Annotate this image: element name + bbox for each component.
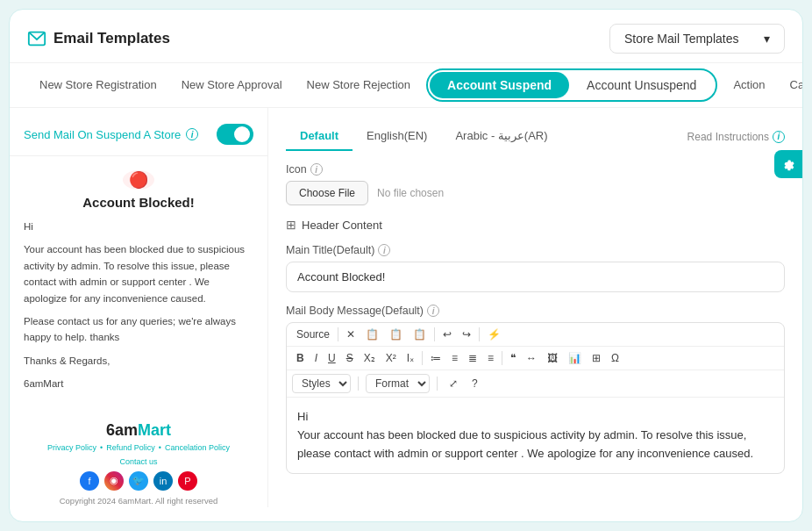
preview-brand: 6amMart Privacy Policy • Refund Policy •… [24,421,253,506]
editor-body[interactable]: Hi Your account has been blocked due to … [287,398,784,473]
choose-file-button[interactable]: Choose File [286,181,368,205]
toolbar-sep4 [422,351,423,365]
icon-info-icon: i [310,163,323,176]
main-title-input[interactable] [286,262,785,292]
toolbar-indent[interactable]: ≡ [483,350,498,366]
toolbar-copy3[interactable]: 📋 [409,326,431,342]
editor-toolbar-row2: B I U S X₂ X² Iₓ ≔ ≡ ≣ ≡ ❝ ↔ [287,347,784,370]
linkedin-icon: in [153,471,173,491]
editor-line2: Your account has been blocked due to sus… [297,427,773,463]
tabs-container: New Store Registration New Store Approva… [10,63,802,108]
preview-contact: Contact us [119,457,157,466]
tab-arabic[interactable]: Arabic - عربية(AR) [441,122,561,151]
header-content-label: ⊞ Header Content [286,218,785,232]
email-icon [27,29,46,48]
preview-copyright: Copyright 2024 6amMart. All right reserv… [60,496,218,506]
tab-account-unsuspend[interactable]: Account Unsuspend [569,72,714,98]
toolbar-subscript[interactable]: X₂ [360,350,380,366]
toolbar-redo[interactable]: ↪ [458,326,475,342]
toolbar-sep3 [479,327,480,341]
toolbar-grid[interactable]: ⊞ [588,350,605,366]
toolbar-image[interactable]: 🖼 [543,350,562,366]
toolbar-removeformat[interactable]: Iₓ [402,350,418,366]
store-mail-dropdown[interactable]: Store Mail Templates ▾ [609,24,785,54]
twitter-icon: 🐦 [129,471,148,491]
instagram-icon: ◉ [104,471,124,491]
toolbar-copy2[interactable]: 📋 [385,326,407,342]
toolbar-sep6 [358,377,359,391]
tab-account-suspend[interactable]: Account Suspend [430,72,569,98]
main-title-info-icon: i [378,244,390,256]
send-mail-info-icon: i [186,128,198,140]
tab-english[interactable]: English(EN) [353,122,441,151]
main-title-group: Main Title(Default) i [286,244,785,292]
store-mail-label: Store Mail Templates [624,32,738,46]
toolbar-underline[interactable]: U [324,350,340,366]
styles-select[interactable]: Styles [292,374,351,393]
tab-group-suspend: Account Suspend Account Unsuspend [426,68,717,102]
editor-container: Source ✕ 📋 📋 📋 ↩ ↪ ⚡ B [286,322,785,474]
mail-body-group: Mail Body Message(Default) i Source ✕ 📋 … [286,305,785,474]
tab-new-store-rejection[interactable]: New Store Rejection [295,68,424,104]
preview-links: Privacy Policy • Refund Policy • Cancela… [47,443,230,452]
toolbar-sep1 [338,327,338,341]
main-title-label: Main Title(Default) i [286,244,785,256]
toolbar-strikethrough[interactable]: S [342,350,358,366]
toolbar-sep7 [437,377,438,391]
page-header: Email Templates Store Mail Templates ▾ [10,10,802,63]
lang-tabs: Default English(EN) Arabic - عربية(AR) [286,122,687,151]
brand-logo: 6amMart [106,421,171,440]
header-content-icon: ⊞ [286,218,296,232]
icon-field-group: Icon i Choose File No file chosen [286,163,785,205]
tab-action[interactable]: Action [721,68,777,104]
tab-campaign-join-request[interactable]: Campaign Join Request [778,68,802,104]
toolbar-sep2 [434,327,435,341]
toolbar-link[interactable]: ↔ [522,350,541,366]
send-mail-bar: Send Mail On Suspend A Store i [10,117,267,156]
no-file-text: No file chosen [377,187,444,199]
preview-social-icons: f ◉ 🐦 in P [80,471,197,491]
toolbar-list-unordered[interactable]: ≔ [426,350,445,366]
toolbar-copy1[interactable]: 📋 [361,326,383,342]
toolbar-bold[interactable]: B [292,350,309,366]
toolbar-italic[interactable]: I [310,350,322,366]
email-preview: 🔴 Account Blocked! Hi Your account has b… [10,156,267,507]
toolbar-lightning[interactable]: ⚡ [483,326,505,342]
facebook-icon: f [80,471,99,491]
preview-title: Account Blocked! [82,195,195,210]
right-panel: Default English(EN) Arabic - عربية(AR) R… [268,108,802,507]
toolbar-specialchar[interactable]: Ω [607,350,623,366]
tab-new-store-registration[interactable]: New Store Registration [27,68,169,104]
gear-button[interactable] [774,150,802,178]
pinterest-icon: P [178,471,197,491]
toolbar-cut[interactable]: ✕ [342,326,360,342]
toolbar-help[interactable]: ? [467,376,482,391]
preview-body3: Please contact us for any queries; we're… [24,313,253,346]
toolbar-outdent[interactable]: ≣ [464,350,481,366]
send-mail-label: Send Mail On Suspend A Store i [24,128,198,141]
preview-body: Hi Your account has been blocked due to … [24,219,253,399]
chevron-down-icon: ▾ [764,32,770,46]
toolbar-superscript[interactable]: X² [381,350,401,366]
mail-body-info-icon: i [427,305,439,317]
format-select[interactable]: Format [366,374,430,393]
header-content-group: ⊞ Header Content [286,218,785,232]
tab-default[interactable]: Default [286,122,353,151]
send-mail-toggle[interactable] [217,124,253,145]
content-area: Send Mail On Suspend A Store i 🔴 Account… [10,108,802,507]
editor-toolbar-row3: Styles Format ⤢ ? [287,370,784,398]
toolbar-fullscreen[interactable]: ⤢ [445,376,462,391]
toolbar-blockquote[interactable]: ❝ [506,350,520,366]
toolbar-table[interactable]: 📊 [564,350,586,366]
preview-body4: Thanks & Regards, [24,353,253,369]
mail-body-label: Mail Body Message(Default) i [286,305,785,317]
tab-new-store-approval[interactable]: New Store Approval [169,68,295,104]
preview-body2: Your account has been blocked due to sus… [24,241,253,306]
toolbar-undo[interactable]: ↩ [438,326,456,342]
gear-icon [781,157,795,171]
editor-line1: Hi [297,408,773,427]
read-instructions-link[interactable]: Read Instructions i [687,131,785,143]
icon-field-label: Icon i [286,163,785,176]
toolbar-list-ordered[interactable]: ≡ [447,350,462,366]
toolbar-source[interactable]: Source [292,326,334,342]
